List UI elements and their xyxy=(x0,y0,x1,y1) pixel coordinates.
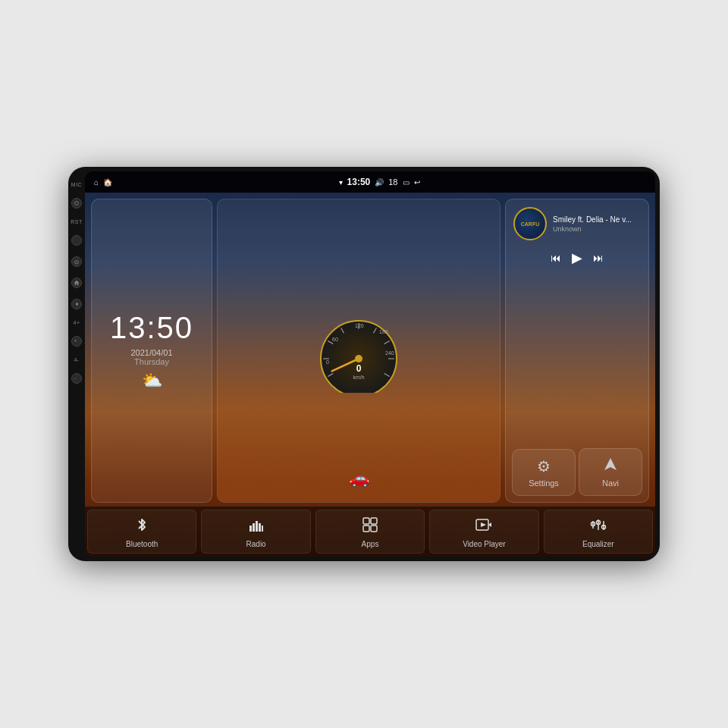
status-center: ▾ 13:50 🔊 18 ▭ ↩ xyxy=(339,177,420,187)
svg-text:0: 0 xyxy=(356,363,362,374)
rst-button[interactable] xyxy=(71,235,82,246)
rst-label: RST xyxy=(71,219,83,224)
music-info: Smiley ft. Delia - Ne v... Unknown xyxy=(553,215,641,233)
volume-value: 18 xyxy=(388,177,397,187)
power-button[interactable] xyxy=(71,256,82,267)
svg-rect-30 xyxy=(262,526,263,532)
status-time: 13:50 xyxy=(347,177,371,187)
vol-up-button[interactable]: + xyxy=(71,336,82,347)
svg-rect-28 xyxy=(256,521,258,532)
video-player-label: Video Player xyxy=(463,540,506,548)
speedometer-widget: 0 60 120 180 240 0 km/h xyxy=(217,199,500,503)
music-logo: CARFU xyxy=(513,207,547,240)
speedometer-container: 0 60 120 180 240 0 km/h xyxy=(309,309,408,393)
svg-rect-32 xyxy=(371,518,377,524)
svg-marker-2 xyxy=(75,303,77,306)
apps-icon xyxy=(362,516,378,537)
svg-marker-25 xyxy=(604,458,617,470)
quick-buttons: ⚙ Settings Navi xyxy=(506,274,648,502)
svg-text:60: 60 xyxy=(332,337,338,342)
side-button-strip: MIC RST 4+ + 4- - xyxy=(68,167,85,561)
settings-button[interactable]: ⚙ Settings xyxy=(512,449,576,496)
car-icon: 🚗 xyxy=(349,469,369,488)
svg-text:0: 0 xyxy=(326,359,329,365)
svg-point-0 xyxy=(75,202,79,206)
status-bar: ⌂ 🏠 ▾ 13:50 🔊 18 ▭ ↩ xyxy=(85,171,655,193)
wifi-icon: ▾ xyxy=(339,178,343,187)
svg-rect-26 xyxy=(249,526,252,532)
settings-icon: ⚙ xyxy=(537,457,551,475)
equalizer-label: Equalizer xyxy=(582,540,614,548)
music-title: Smiley ft. Delia - Ne v... xyxy=(553,215,641,224)
weather-icon: ⛅ xyxy=(142,371,162,391)
svg-marker-37 xyxy=(481,522,486,527)
vol-down-button[interactable]: - xyxy=(71,373,82,384)
music-artist: Unknown xyxy=(553,225,641,233)
next-button[interactable]: ⏭ xyxy=(593,252,604,264)
bluetooth-app-item[interactable]: Bluetooth xyxy=(87,510,196,554)
vol-down-label: 4- xyxy=(74,357,79,362)
svg-text:180: 180 xyxy=(379,329,388,334)
mic-button[interactable] xyxy=(71,198,82,209)
music-controls: ⏮ ▶ ⏭ xyxy=(506,245,648,274)
equalizer-app-item[interactable]: Equalizer xyxy=(544,510,653,554)
radio-label: Radio xyxy=(246,540,266,548)
widgets-row: 13:50 2021/04/01 Thursday ⛅ xyxy=(85,193,655,506)
radio-app-item[interactable]: Radio xyxy=(201,510,310,554)
svg-rect-29 xyxy=(259,523,261,532)
svg-text:120: 120 xyxy=(355,323,364,328)
svg-rect-27 xyxy=(253,523,255,532)
speedometer-svg: 0 60 120 180 240 0 km/h xyxy=(309,309,408,393)
music-top: CARFU Smiley ft. Delia - Ne v... Unknown xyxy=(506,199,648,245)
navi-label: Navi xyxy=(602,479,619,488)
home-status-icon: ⌂ xyxy=(94,178,99,187)
svg-text:km/h: km/h xyxy=(353,375,364,380)
app-bar: Bluetooth Radio xyxy=(85,506,655,557)
radio-icon xyxy=(248,516,265,537)
video-player-app-item[interactable]: Video Player xyxy=(429,510,538,554)
bluetooth-label: Bluetooth xyxy=(126,540,158,548)
clock-widget: 13:50 2021/04/01 Thursday ⛅ xyxy=(91,199,212,503)
svg-text:240: 240 xyxy=(385,350,394,356)
video-player-icon xyxy=(475,516,492,537)
status-left: ⌂ 🏠 xyxy=(94,178,112,187)
settings-label: Settings xyxy=(529,479,559,488)
house-status-icon: 🏠 xyxy=(103,178,112,187)
svg-text:+: + xyxy=(74,338,77,344)
home-side-button[interactable] xyxy=(71,278,82,288)
svg-rect-31 xyxy=(363,518,369,524)
bluetooth-icon xyxy=(133,516,150,537)
equalizer-icon xyxy=(590,516,607,537)
clock-date: 2021/04/01 xyxy=(130,348,172,357)
play-button[interactable]: ▶ xyxy=(572,249,582,266)
car-head-unit: MIC RST 4+ + 4- - ⌂ 🏠 xyxy=(68,167,660,561)
back-side-button[interactable] xyxy=(71,299,82,309)
apps-label: Apps xyxy=(362,540,379,548)
mic-label: MIC xyxy=(71,182,82,187)
main-content: 13:50 2021/04/01 Thursday ⛅ xyxy=(85,193,655,557)
volume-icon: 🔊 xyxy=(375,178,384,187)
prev-button[interactable]: ⏮ xyxy=(551,252,561,264)
svg-rect-33 xyxy=(363,526,369,532)
svg-text:-: - xyxy=(75,375,77,381)
navi-icon xyxy=(603,457,618,475)
back-status-icon: ↩ xyxy=(414,178,420,187)
battery-icon: ▭ xyxy=(403,178,410,187)
apps-app-item[interactable]: Apps xyxy=(315,510,425,554)
clock-day: Thursday xyxy=(134,357,169,366)
svg-point-22 xyxy=(355,355,362,362)
clock-time: 13:50 xyxy=(110,311,193,345)
screen: ⌂ 🏠 ▾ 13:50 🔊 18 ▭ ↩ 13:50 2021/04/01 xyxy=(85,171,655,557)
vol-up-label: 4+ xyxy=(74,320,80,325)
svg-rect-34 xyxy=(371,526,377,532)
music-widget: CARFU Smiley ft. Delia - Ne v... Unknown… xyxy=(505,199,649,503)
navi-button[interactable]: Navi xyxy=(579,448,642,496)
svg-marker-1 xyxy=(74,281,79,285)
